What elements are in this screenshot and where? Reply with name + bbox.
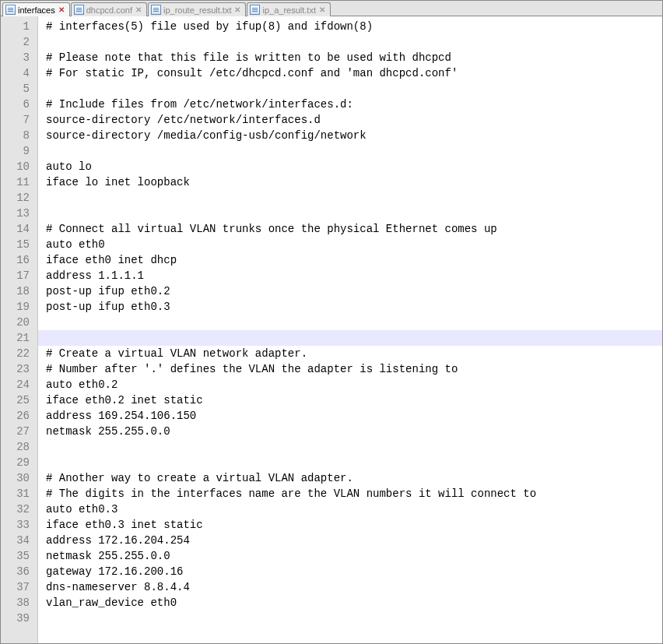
code-line[interactable]: auto eth0.3 [46, 501, 662, 517]
code-line[interactable]: address 172.16.204.254 [46, 533, 662, 548]
code-line[interactable]: # The digits in the interfaces name are … [46, 486, 662, 501]
line-number: 29 [1, 455, 37, 470]
code-line[interactable]: auto eth0 [46, 237, 662, 252]
line-number: 23 [1, 361, 37, 377]
file-icon [74, 5, 84, 15]
line-number: 15 [1, 237, 37, 252]
tab-ip-a-result-txt[interactable]: ip_a_result.txt✕ [247, 2, 330, 16]
line-number: 35 [1, 548, 37, 564]
code-line[interactable]: vlan_raw_device eth0 [46, 595, 662, 611]
line-number: 18 [1, 283, 37, 299]
line-number: 36 [1, 564, 37, 579]
line-number: 10 [1, 159, 37, 174]
line-number: 13 [1, 206, 37, 221]
tab-label: ip_a_result.txt [262, 5, 315, 15]
line-number-gutter: 1234567891011121314151617181920212223242… [1, 16, 38, 643]
line-number: 39 [1, 611, 37, 626]
code-line[interactable]: # Include files from /etc/network/interf… [46, 97, 662, 112]
tab-interfaces[interactable]: interfaces✕ [2, 2, 70, 16]
line-number: 17 [1, 268, 37, 283]
code-line[interactable] [46, 611, 662, 626]
tab-label: ip_route_result.txt [163, 5, 231, 15]
line-number: 32 [1, 501, 37, 517]
code-line[interactable] [46, 206, 662, 221]
line-number: 22 [1, 346, 37, 361]
line-number: 25 [1, 392, 37, 408]
line-number: 3 [1, 50, 37, 65]
line-number: 21 [1, 330, 37, 346]
tab-label: interfaces [18, 5, 55, 15]
line-number: 4 [1, 65, 37, 81]
file-icon [151, 5, 161, 15]
line-number: 16 [1, 252, 37, 268]
close-icon[interactable]: ✕ [233, 6, 241, 14]
line-number: 20 [1, 315, 37, 330]
file-icon [250, 5, 260, 15]
line-number: 8 [1, 128, 37, 143]
code-line[interactable]: # Another way to create a virtual VLAN a… [46, 470, 662, 486]
code-line[interactable]: # interfaces(5) file used by ifup(8) and… [46, 19, 662, 34]
line-number: 5 [1, 81, 37, 97]
code-line[interactable]: address 1.1.1.1 [46, 268, 662, 283]
code-line[interactable]: post-up ifup eth0.2 [46, 283, 662, 299]
line-number: 14 [1, 221, 37, 237]
code-line[interactable]: dns-nameserver 8.8.4.4 [46, 579, 662, 595]
code-line[interactable]: netmask 255.255.0.0 [46, 548, 662, 564]
line-number: 9 [1, 143, 37, 159]
code-line[interactable]: # Create a virtual VLAN network adapter. [46, 346, 662, 361]
code-line[interactable] [46, 455, 662, 470]
code-line[interactable] [46, 34, 662, 50]
line-number: 11 [1, 174, 37, 190]
line-number: 30 [1, 470, 37, 486]
tab-bar: interfaces✕dhcpcd.conf✕ip_route_result.t… [1, 1, 662, 16]
code-line[interactable]: netmask 255.255.0.0 [46, 424, 662, 439]
code-line[interactable]: # Please note that this file is written … [46, 50, 662, 65]
code-line[interactable] [46, 315, 662, 330]
code-line[interactable]: source-directory /media/config-usb/confi… [46, 128, 662, 143]
close-icon[interactable]: ✕ [58, 6, 65, 14]
line-number: 1 [1, 19, 37, 34]
code-line[interactable]: auto eth0.2 [46, 377, 662, 392]
code-line[interactable]: # Number after '.' defines the VLAN the … [46, 361, 662, 377]
line-number: 24 [1, 377, 37, 392]
code-line[interactable] [38, 330, 662, 346]
code-line[interactable]: iface eth0.2 inet static [46, 392, 662, 408]
code-line[interactable]: gateway 172.16.200.16 [46, 564, 662, 579]
tab-label: dhcpcd.conf [86, 5, 132, 15]
code-line[interactable]: iface eth0 inet dhcp [46, 252, 662, 268]
line-number: 34 [1, 533, 37, 548]
code-line[interactable] [46, 81, 662, 97]
code-line[interactable]: iface eth0.3 inet static [46, 517, 662, 533]
code-line[interactable]: auto lo [46, 159, 662, 174]
tab-dhcpcd-conf[interactable]: dhcpcd.conf✕ [71, 2, 147, 16]
line-number: 6 [1, 97, 37, 112]
file-icon [5, 5, 16, 15]
line-number: 37 [1, 579, 37, 595]
code-line[interactable]: iface lo inet loopback [46, 174, 662, 190]
close-icon[interactable]: ✕ [318, 6, 326, 14]
code-line[interactable]: post-up ifup eth0.3 [46, 299, 662, 315]
tab-ip-route-result-txt[interactable]: ip_route_result.txt✕ [148, 2, 246, 16]
code-area[interactable]: # interfaces(5) file used by ifup(8) and… [38, 16, 662, 643]
code-line[interactable] [46, 143, 662, 159]
line-number: 2 [1, 34, 37, 50]
close-icon[interactable]: ✕ [135, 6, 142, 14]
line-number: 12 [1, 190, 37, 206]
line-number: 7 [1, 112, 37, 128]
code-line[interactable] [46, 439, 662, 455]
line-number: 33 [1, 517, 37, 533]
editor-area: 1234567891011121314151617181920212223242… [1, 16, 662, 643]
code-line[interactable] [46, 190, 662, 206]
line-number: 26 [1, 408, 37, 424]
code-line[interactable]: source-directory /etc/network/interfaces… [46, 112, 662, 128]
line-number: 31 [1, 486, 37, 501]
line-number: 27 [1, 424, 37, 439]
code-line[interactable]: address 169.254.106.150 [46, 408, 662, 424]
code-line[interactable]: # Connect all virtual VLAN trunks once t… [46, 221, 662, 237]
line-number: 19 [1, 299, 37, 315]
code-line[interactable]: # For static IP, consult /etc/dhcpcd.con… [46, 65, 662, 81]
line-number: 28 [1, 439, 37, 455]
line-number: 38 [1, 595, 37, 611]
